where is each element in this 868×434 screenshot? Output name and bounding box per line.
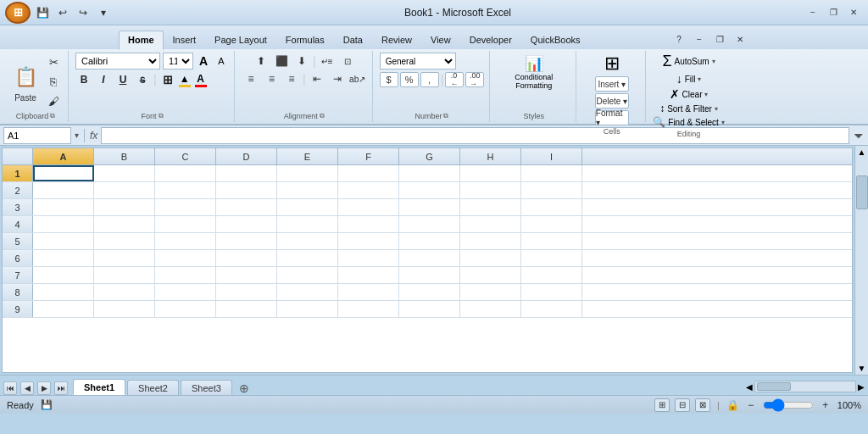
paste-button[interactable]: 📋 Paste [8,59,42,104]
h-scroll-left-button[interactable]: ◀ [746,382,753,392]
tab-developer[interactable]: Developer [460,31,521,49]
fill-color-button[interactable]: ▲ [179,73,191,87]
ribbon-restore-button[interactable]: ❐ [710,31,729,47]
tab-formulas[interactable]: Formulas [276,31,334,49]
cell-d1[interactable] [216,165,277,181]
conditional-formatting-button[interactable]: 📊 ConditionalFormatting [509,53,558,92]
cell-g6[interactable] [399,250,460,266]
formula-input[interactable] [101,127,849,144]
alignment-expand-icon[interactable]: ⧉ [320,112,325,120]
orientation-button[interactable]: ab↗ [348,70,367,87]
redo-qat-button[interactable]: ↪ [75,4,92,21]
cell-a4[interactable] [33,216,94,232]
cell-a6[interactable] [33,250,94,266]
cell-b9[interactable] [94,301,155,317]
tab-home[interactable]: Home [119,31,164,50]
cell-e8[interactable] [277,284,338,300]
undo-qat-button[interactable]: ↩ [54,4,71,21]
sheet-nav-next-button[interactable]: ▶ [37,381,51,395]
font-size-select[interactable]: 11 [163,53,193,70]
scroll-up-button[interactable]: ▲ [856,146,868,159]
cell-b8[interactable] [94,284,155,300]
indent-increase-button[interactable]: ⇥ [328,70,347,87]
cell-g7[interactable] [399,267,460,283]
cell-i7[interactable] [521,267,582,283]
indent-decrease-button[interactable]: ⇤ [308,70,326,87]
cell-b4[interactable] [94,216,155,232]
clear-icon[interactable]: ✗ [670,87,680,101]
sheet-nav-last-button[interactable]: ⏭ [54,381,68,395]
cell-b2[interactable] [94,182,155,198]
ribbon-close-button[interactable]: ✕ [731,31,749,47]
cell-c8[interactable] [155,284,216,300]
font-size-decrease-button[interactable]: A [214,53,229,69]
cell-e2[interactable] [277,182,338,198]
cell-d5[interactable] [216,233,277,249]
insert-cells-button[interactable]: Insert ▾ [595,76,629,92]
view-break-button[interactable]: ⊠ [695,398,710,412]
find-dropdown-icon[interactable]: ▾ [721,119,725,126]
ribbon-minimize-button[interactable]: − [690,31,709,47]
sheet-tab-sheet2[interactable]: Sheet2 [127,380,179,395]
decimal-increase-button[interactable]: .0← [445,72,464,87]
cell-h8[interactable] [460,284,521,300]
qat-dropdown-button[interactable]: ▾ [95,4,112,21]
decimal-decrease-button[interactable]: .00→ [465,72,484,87]
number-expand-icon[interactable]: ⧉ [443,112,448,120]
delete-cells-button[interactable]: Delete ▾ [595,93,629,108]
cell-g8[interactable] [399,284,460,300]
cell-f6[interactable] [338,250,399,266]
cell-e5[interactable] [277,233,338,249]
cell-g1[interactable] [399,165,460,181]
col-header-d[interactable]: D [216,148,277,164]
cell-a2[interactable] [33,182,94,198]
ribbon-help-button[interactable]: ? [670,31,688,47]
col-header-i[interactable]: I [521,148,582,164]
cell-i5[interactable] [521,233,582,249]
format-painter-button[interactable]: 🖌 [44,92,63,110]
cell-h5[interactable] [460,233,521,249]
fill-icon[interactable]: ↓ [676,72,682,86]
cell-f4[interactable] [338,216,399,232]
col-header-f[interactable]: F [338,148,399,164]
cell-c6[interactable] [155,250,216,266]
cell-a8[interactable] [33,284,94,300]
cell-e3[interactable] [277,199,338,215]
cell-d7[interactable] [216,267,277,283]
cell-i4[interactable] [521,216,582,232]
cell-h3[interactable] [460,199,521,215]
cell-f9[interactable] [338,301,399,317]
h-scroll-right-button[interactable]: ▶ [858,382,865,392]
cell-g2[interactable] [399,182,460,198]
formula-fx-button[interactable]: fx [90,130,97,142]
cell-h6[interactable] [460,250,521,266]
tab-insert[interactable]: Insert [164,31,206,49]
font-size-increase-button[interactable]: A [196,53,211,69]
cell-e6[interactable] [277,250,338,266]
view-normal-button[interactable]: ⊞ [654,398,670,412]
cell-g3[interactable] [399,199,460,215]
sheet-nav-first-button[interactable]: ⏮ [3,381,17,395]
cell-d8[interactable] [216,284,277,300]
cell-e9[interactable] [277,301,338,317]
clear-dropdown-icon[interactable]: ▾ [704,91,708,98]
save-qat-button[interactable]: 💾 [34,4,51,21]
cell-a9[interactable] [33,301,94,317]
cell-i6[interactable] [521,250,582,266]
col-header-a[interactable]: A [33,148,94,164]
close-button[interactable]: ✕ [844,5,863,20]
cell-i9[interactable] [521,301,582,317]
clipboard-expand-icon[interactable]: ⧉ [50,112,55,120]
restore-button[interactable]: ❐ [824,5,843,20]
cell-a7[interactable] [33,267,94,283]
zoom-out-button[interactable]: − [744,399,758,411]
col-header-b[interactable]: B [94,148,155,164]
formula-expand-button[interactable]: ⏷ [853,129,865,142]
cell-g5[interactable] [399,233,460,249]
align-top-button[interactable]: ⬆ [252,53,270,70]
cell-i3[interactable] [521,199,582,215]
percent-button[interactable]: % [400,72,419,87]
cell-e1[interactable] [277,165,338,181]
cell-c2[interactable] [155,182,216,198]
cell-d2[interactable] [216,182,277,198]
